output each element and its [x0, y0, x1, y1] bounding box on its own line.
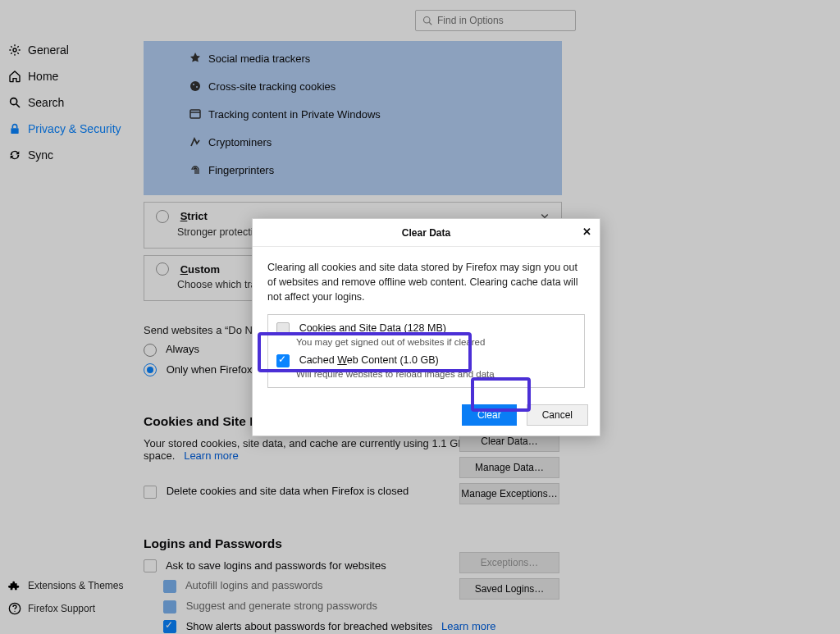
opt-title: Cached Web Content (1.0 GB)	[299, 354, 439, 366]
cancel-button[interactable]: Cancel	[527, 404, 588, 426]
radio-onlywhen[interactable]	[144, 363, 157, 376]
search-placeholder: Find in Options	[437, 15, 504, 26]
learn-more-link[interactable]: Learn more	[184, 449, 238, 462]
dialog-options-box: Cookies and Site Data (128 MB) You may g…	[267, 314, 585, 387]
sidebar-item-label: Search	[28, 96, 64, 109]
sidebar-footer: Extensions & Themes Firefox Support	[0, 574, 135, 620]
lock-icon	[8, 122, 21, 135]
cookie-icon	[189, 80, 202, 93]
puzzle-icon	[8, 579, 21, 592]
help-icon	[8, 602, 21, 615]
opt-sub: You may get signed out of websites if cl…	[296, 337, 576, 347]
search-icon	[8, 96, 21, 109]
window-icon	[189, 107, 202, 121]
opt-title: Cookies and Site Data (128 MB)	[299, 322, 446, 334]
checkbox-alerts[interactable]	[163, 620, 176, 633]
checkbox-autofill[interactable]	[163, 580, 176, 593]
opt-sub: Will require websites to reload images a…	[296, 369, 576, 379]
saved-logins-button[interactable]: Saved Logins…	[459, 578, 559, 600]
logins-heading: Logins and Passwords	[144, 536, 562, 551]
radio-always[interactable]	[144, 344, 157, 357]
clear-data-dialog: Clear Data ✕ Clearing all cookies and si…	[252, 218, 600, 436]
svg-point-9	[193, 84, 194, 85]
logins-suggest-row[interactable]: Suggest and generate strong passwords	[163, 600, 562, 613]
fingerprint-icon	[189, 163, 202, 176]
logins-alerts-row[interactable]: Show alerts about passwords for breached…	[163, 620, 562, 634]
sidebar-item-label: Home	[28, 70, 58, 83]
crypto-icon	[189, 135, 202, 148]
tracking-item: Social media trackers	[189, 52, 545, 65]
exceptions-button: Exceptions…	[459, 552, 559, 573]
sidebar-item-label: General	[28, 43, 69, 57]
option-title: Custom	[180, 263, 220, 276]
dialog-opt-cookies[interactable]: Cookies and Site Data (128 MB) You may g…	[276, 322, 576, 347]
search-icon	[422, 16, 432, 25]
tracking-item: Cryptominers	[189, 135, 545, 148]
radio-unselected[interactable]	[156, 210, 169, 223]
svg-point-7	[14, 611, 15, 612]
manage-exceptions-button[interactable]: Manage Exceptions…	[459, 483, 559, 504]
svg-point-0	[424, 17, 431, 24]
svg-rect-5	[11, 128, 18, 134]
dialog-title-bar: Clear Data ✕	[253, 219, 600, 247]
dialog-title: Clear Data	[402, 227, 450, 239]
sidebar-item-extensions[interactable]: Extensions & Themes	[0, 574, 135, 597]
manage-data-button[interactable]: Manage Data…	[459, 457, 559, 478]
sidebar-nav: General Home Search Privacy & Security S…	[0, 37, 135, 168]
radio-unselected[interactable]	[156, 262, 169, 276]
dialog-description: Clearing all cookies and site data store…	[267, 260, 585, 304]
sidebar-item-privacy[interactable]: Privacy & Security	[0, 116, 135, 142]
dialog-opt-cache[interactable]: Cached Web Content (1.0 GB) Will require…	[276, 353, 576, 379]
learn-more-link[interactable]: Learn more	[441, 620, 495, 632]
checkbox-cookies[interactable]	[276, 322, 290, 335]
svg-point-8	[190, 81, 200, 91]
gear-icon	[8, 43, 21, 57]
search-input[interactable]: Find in Options	[415, 10, 576, 31]
tracking-item: Fingerprinters	[189, 163, 545, 176]
sidebar-item-sync[interactable]: Sync	[0, 142, 135, 168]
svg-point-2	[13, 48, 16, 52]
svg-line-1	[429, 22, 431, 25]
option-title: Strict	[180, 210, 208, 222]
svg-line-4	[16, 104, 20, 107]
sidebar-item-label: Sync	[28, 148, 53, 162]
checkbox-delete-cookies[interactable]	[144, 486, 157, 499]
checkbox-suggest[interactable]	[163, 600, 176, 613]
checkbox-cache[interactable]	[276, 354, 290, 367]
sidebar-item-label: Firefox Support	[28, 603, 95, 614]
sidebar-item-label: Extensions & Themes	[28, 580, 124, 591]
tracking-standard-box: Social media trackers Cross-site trackin…	[144, 41, 562, 195]
tracking-item: Tracking content in Private Windows	[189, 107, 545, 121]
svg-point-10	[196, 86, 198, 88]
tracking-item: Cross-site tracking cookies	[189, 80, 545, 93]
checkbox-ask-logins[interactable]	[144, 559, 157, 572]
close-icon[interactable]: ✕	[582, 226, 591, 238]
sidebar-item-home[interactable]: Home	[0, 63, 135, 89]
social-icon	[189, 52, 202, 65]
sidebar-item-search[interactable]: Search	[0, 89, 135, 116]
svg-rect-11	[190, 110, 200, 118]
sidebar-item-support[interactable]: Firefox Support	[0, 597, 135, 620]
home-icon	[8, 70, 21, 83]
sidebar-item-label: Privacy & Security	[28, 122, 121, 135]
clear-button[interactable]: Clear	[462, 404, 517, 426]
sync-icon	[8, 148, 21, 162]
svg-point-3	[11, 98, 17, 105]
sidebar-item-general[interactable]: General	[0, 37, 135, 63]
